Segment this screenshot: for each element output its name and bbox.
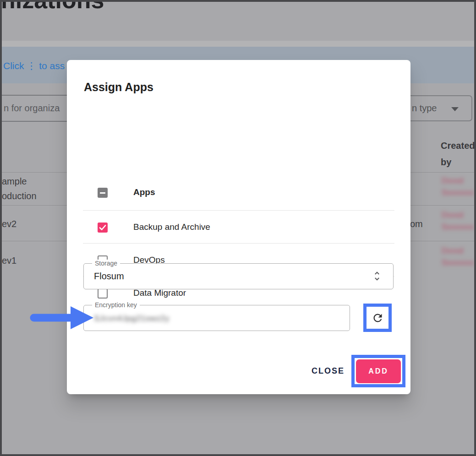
encryption-key-field[interactable]: Encryption key SJcvn4Jpg21swz2y	[83, 305, 350, 331]
table-row-org-name: ev2	[2, 217, 16, 231]
dialog-title: Assign Apps	[84, 81, 153, 94]
caret-down-icon	[451, 107, 459, 111]
encryption-key-value-redacted: SJcvn4Jpg21swz2y	[94, 314, 170, 323]
storage-selected-value: Flosum	[94, 271, 124, 282]
table-row-org-name: ample oduction	[2, 174, 37, 203]
org-name-line: oduction	[2, 189, 37, 203]
storage-select[interactable]: Storage Flosum	[83, 263, 394, 289]
list-divider	[83, 243, 394, 244]
table-row-org-name: ev1	[2, 253, 16, 268]
checkbox-indeterminate-icon[interactable]	[98, 188, 108, 198]
created-by-column-header: Created by	[441, 137, 476, 170]
regenerate-key-button[interactable]	[367, 307, 388, 329]
checkbox-unchecked-icon[interactable]	[98, 288, 108, 299]
checkbox-row-backup-and-archive[interactable]: Backup and Archive	[67, 223, 410, 233]
created-by-redacted: Dxxxd Sxxxxxxx	[442, 245, 476, 269]
assign-hint-text: Click ⋮ to ass	[3, 60, 65, 71]
callout-arrow-right	[28, 303, 96, 332]
storage-field-label: Storage	[92, 260, 120, 267]
org-name-line: ample	[2, 174, 37, 189]
close-button[interactable]: CLOSE	[307, 363, 349, 379]
encryption-key-label: Encryption key	[92, 301, 140, 309]
add-button[interactable]: ADD	[356, 359, 401, 383]
organization-search-text: n for organiza	[4, 103, 60, 114]
refresh-highlight-box	[363, 304, 392, 332]
created-by-redacted: Dxxxd Sxxxxxxx	[442, 209, 476, 233]
checkbox-row-data-migrator[interactable]: Data Migrator	[67, 288, 410, 299]
list-divider	[83, 210, 394, 211]
add-highlight-box: ADD	[351, 355, 405, 387]
checkbox-label: Backup and Archive	[133, 222, 210, 232]
header-divider-strip	[2, 41, 474, 47]
unfold-more-icon[interactable]	[371, 270, 383, 284]
created-by-redacted: Dxxxd Sxxxxxxx	[442, 175, 476, 199]
checkbox-label: Apps	[133, 187, 155, 197]
org-url-fragment: om	[410, 217, 423, 231]
refresh-icon	[372, 312, 384, 324]
checkbox-label: Data Migrator	[133, 288, 186, 298]
screenshot-root: nizations Click ⋮ to ass n for organiza …	[0, 0, 476, 456]
assign-apps-dialog: Assign Apps Apps Backup and Archive DevO…	[67, 60, 410, 394]
organization-type-value: n type	[412, 103, 437, 114]
checkbox-row-apps[interactable]: Apps	[67, 188, 410, 199]
page-title-partial: nizations	[1, 0, 104, 14]
checkbox-checked-icon[interactable]	[98, 223, 108, 233]
